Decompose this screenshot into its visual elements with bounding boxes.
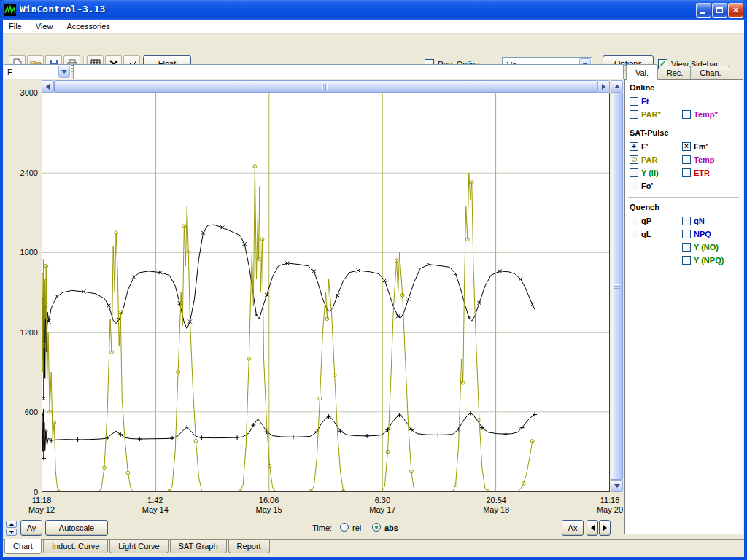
checkbox-item-ft[interactable]: Ft xyxy=(630,96,649,106)
checkbox-box[interactable]: × xyxy=(682,142,691,151)
x-pan-right-button[interactable] xyxy=(599,520,611,536)
checkbox-item-f-prime[interactable]: +F' xyxy=(630,141,648,151)
sidebar-panel: Online Ft PAR* Temp* SAT-Pulse +F' ×Fm' … xyxy=(624,79,743,534)
scroll-right-button[interactable] xyxy=(597,80,610,93)
bottom-controls: Ay Autoscale Time: rel abs Ax xyxy=(3,519,624,539)
tab-report[interactable]: Report xyxy=(228,540,270,553)
time-abs-label: abs xyxy=(384,524,398,532)
chart-v-scrollbar[interactable] xyxy=(611,80,623,492)
menu-file[interactable]: File xyxy=(3,20,28,32)
checkbox-box[interactable] xyxy=(630,182,638,190)
checkbox-item-ynpq[interactable]: Y (NPQ) xyxy=(682,255,724,265)
checkbox-box[interactable] xyxy=(630,168,638,177)
x-axis-label: 6:30May 17 xyxy=(357,496,408,515)
chart-h-scrollbar[interactable] xyxy=(42,80,610,93)
tab-chart[interactable]: Chart xyxy=(4,539,42,554)
ax-button[interactable]: Ax xyxy=(562,520,584,536)
checkbox-item-fm-prime[interactable]: ×Fm' xyxy=(682,141,708,151)
toolbar: Float Rec. Online: 1/s Options View Side… xyxy=(3,34,744,64)
minimize-button[interactable] xyxy=(696,3,711,18)
y-scale-up-button[interactable] xyxy=(6,521,17,528)
checkbox-box[interactable] xyxy=(630,155,638,164)
ay-button[interactable]: Ay xyxy=(20,520,42,536)
scroll-up-button[interactable] xyxy=(611,80,623,93)
series-fm-marker xyxy=(406,298,410,301)
checkbox-box[interactable]: + xyxy=(630,142,638,151)
checkbox-box[interactable] xyxy=(630,97,638,106)
y-scale-down-button[interactable] xyxy=(6,529,17,536)
checkbox-item-fo-prime[interactable]: Fo' xyxy=(630,181,653,190)
arrow-up-icon xyxy=(9,523,14,526)
close-button[interactable]: × xyxy=(728,3,743,18)
series-f-marker xyxy=(138,437,142,441)
tab-induct-curve[interactable]: Induct. Curve xyxy=(43,540,108,553)
checkbox-item-yno[interactable]: Y (NO) xyxy=(682,242,719,252)
y-axis-label: 3000 xyxy=(3,88,38,97)
checkbox-label: Y (II) xyxy=(641,168,659,177)
checkbox-box[interactable] xyxy=(682,217,691,225)
thumb-grip xyxy=(322,84,329,90)
menu-view[interactable]: View xyxy=(30,20,59,32)
checkbox-label: Fo' xyxy=(641,182,653,190)
sidebar-tab-val[interactable]: Val. xyxy=(626,64,658,80)
tab-light-curve[interactable]: Light Curve xyxy=(109,540,168,553)
x-axis-date-label: May 14 xyxy=(142,505,169,515)
x-axis-label: 11:18May 12 xyxy=(16,496,67,515)
time-abs-radio[interactable] xyxy=(372,523,381,532)
checkbox-box[interactable] xyxy=(682,256,691,265)
channel-value: F xyxy=(7,68,12,77)
comment-field[interactable] xyxy=(73,64,624,79)
series-fm-marker xyxy=(467,316,471,319)
menubar: File View Accessories xyxy=(3,20,744,34)
chart-plot-area[interactable] xyxy=(42,93,610,492)
sidebar-tab-rec[interactable]: Rec. xyxy=(659,66,691,80)
series-fm-marker xyxy=(132,276,136,279)
checkbox-item-y2[interactable]: Y (II) xyxy=(630,168,659,177)
checkbox-item-qp[interactable]: qP xyxy=(630,216,651,225)
x-axis-date-label: May 12 xyxy=(28,505,55,515)
checkbox-item-etr[interactable]: ETR xyxy=(682,168,710,177)
bottom-tab-bar: Chart Induct. Curve Light Curve SAT Grap… xyxy=(3,539,744,557)
x-pan-left-button[interactable] xyxy=(587,520,598,536)
checkbox-item-temp[interactable]: Temp xyxy=(682,155,715,164)
checkbox-label: qL xyxy=(641,230,651,238)
time-rel-label: rel xyxy=(352,524,361,532)
series-fm-marker xyxy=(55,295,59,298)
checkbox-box[interactable] xyxy=(682,110,691,119)
checkbox-item-temp-star[interactable]: Temp* xyxy=(682,109,718,119)
v-scroll-thumb[interactable] xyxy=(611,93,623,480)
checkbox-item-ql[interactable]: qL xyxy=(630,229,651,238)
checkbox-item-npq[interactable]: NPQ xyxy=(682,229,711,238)
chevron-down-icon[interactable] xyxy=(58,66,70,78)
scroll-down-button[interactable] xyxy=(611,480,623,492)
checkbox-box[interactable] xyxy=(682,155,691,164)
sidebar-tab-chan[interactable]: Chan. xyxy=(692,66,729,80)
channel-select[interactable]: F xyxy=(4,64,71,79)
checkbox-box[interactable] xyxy=(630,217,638,225)
arrow-left-icon xyxy=(591,525,595,531)
autoscale-button[interactable]: Autoscale xyxy=(45,520,108,536)
x-axis-time-label: 16:06 xyxy=(259,496,279,505)
checkbox-box[interactable] xyxy=(630,110,638,119)
arrow-right-icon xyxy=(603,525,607,531)
checkbox-label: Y (NPQ) xyxy=(694,256,724,265)
checkbox-item-par-star[interactable]: PAR* xyxy=(630,109,661,119)
checkbox-box[interactable] xyxy=(630,230,638,238)
y-axis-label: 1800 xyxy=(3,248,38,257)
series-f-marker xyxy=(200,435,204,440)
checkbox-box[interactable] xyxy=(682,243,691,252)
menu-accessories[interactable]: Accessories xyxy=(61,20,116,32)
tab-sat-graph[interactable]: SAT Graph xyxy=(170,540,227,553)
checkbox-box[interactable] xyxy=(682,168,691,177)
series-f-marker xyxy=(76,438,80,442)
y-axis-label: 1200 xyxy=(3,328,38,337)
time-rel-radio[interactable] xyxy=(340,523,349,532)
h-scroll-thumb[interactable] xyxy=(54,80,597,93)
checkbox-label: ETR xyxy=(694,168,710,177)
maximize-button[interactable] xyxy=(712,3,727,18)
scroll-left-button[interactable] xyxy=(42,80,54,93)
checkbox-item-qn[interactable]: qN xyxy=(682,216,705,225)
quench-section-title: Quench xyxy=(630,203,659,211)
checkbox-item-par[interactable]: PAR xyxy=(630,155,657,164)
checkbox-box[interactable] xyxy=(682,230,691,238)
